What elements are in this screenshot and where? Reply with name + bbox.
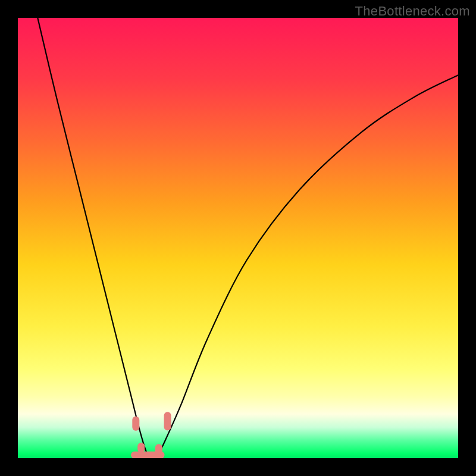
curve-left-branch	[37, 18, 150, 458]
right-marker-lower	[155, 444, 162, 455]
curve-right-branch	[156, 75, 458, 458]
chart-plot-area	[18, 18, 458, 458]
left-marker-upper	[132, 416, 139, 431]
right-marker-upper	[164, 412, 171, 430]
left-marker-lower	[137, 443, 145, 453]
watermark-text: TheBottleneck.com	[355, 4, 470, 19]
bottleneck-curve	[18, 18, 458, 458]
